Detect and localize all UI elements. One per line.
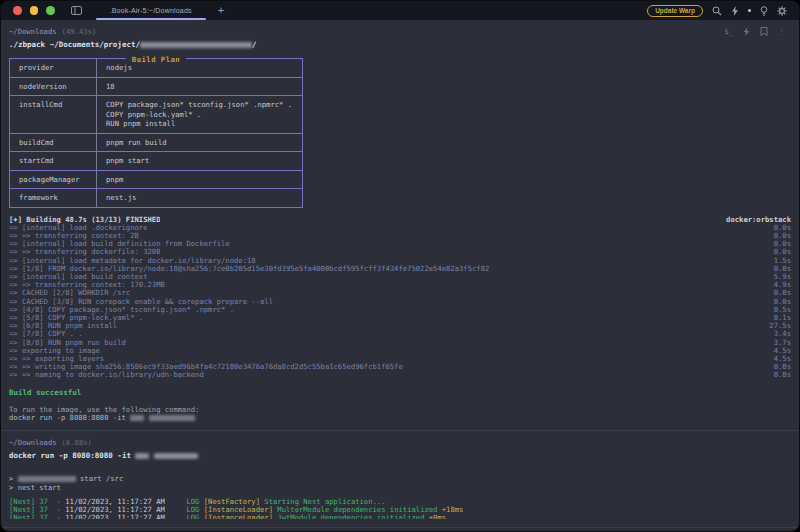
- build-log-line: => [4/8] COPY package.json* tsconfig.jso…: [1, 306, 799, 314]
- build-log-line: => exporting to image4.5s: [1, 347, 799, 355]
- build-plan-table: Build Plan providernodejsnodeVersion18in…: [9, 58, 303, 208]
- redacted-text: [140, 42, 252, 48]
- build-plan-key: packageManager: [10, 171, 96, 189]
- zoom-window-button[interactable]: [46, 6, 55, 15]
- run-command-text: docker run -p 8080:8080 -it: [9, 413, 130, 422]
- prompt-path: ~/Downloads: [9, 27, 57, 36]
- nest-prefix: [Nest] 37 -: [9, 513, 65, 519]
- build-log-line: => CACHED [2/8] WORKDIR /src0.0s: [1, 289, 799, 297]
- command-line[interactable]: ./zbpack ~/Documents/project//: [1, 40, 799, 49]
- build-plan-row: startCmdpnpm start: [10, 152, 302, 171]
- run-command-suggestion: docker run -p 8080:8080 -it: [9, 414, 791, 422]
- build-log-line: => [6/8] RUN pnpm install27.5s: [1, 322, 799, 330]
- settings-gear-icon[interactable]: [777, 6, 787, 16]
- command-text: ./zbpack ~/Documents/project/: [9, 40, 140, 49]
- log-text: => [7/8] COPY . .: [9, 330, 83, 338]
- terminal-tab[interactable]: .Book-Air-5:~/Downloads: [96, 1, 206, 20]
- block-header: ~/Downloads (49.43s) $_ ⋮: [1, 27, 799, 36]
- build-log-line: => [5/8] COPY pnpm-lock.yaml* .0.1s: [1, 314, 799, 322]
- nest-start-line: > nest start: [1, 484, 799, 492]
- build-log-line: => => transferring context: 2B0.0s: [1, 232, 799, 240]
- command-line[interactable]: docker run -p 8080:8080 -it: [1, 451, 799, 460]
- log-text: => [internal] load metadata for docker.i…: [9, 257, 256, 265]
- log-text: => => transferring dockerfile: 320B: [9, 248, 160, 256]
- build-plan-row: buildCmdpnpm run build: [10, 134, 302, 153]
- build-log-line: => => exporting layers4.5s: [1, 355, 799, 363]
- search-icon[interactable]: [712, 6, 722, 16]
- build-plan-value: pnpm run build: [96, 134, 302, 152]
- lightning-icon[interactable]: [743, 27, 750, 36]
- log-text: => CACHED [3/8] RUN corepack enable && c…: [9, 298, 273, 306]
- log-text: => => exporting layers: [9, 355, 104, 363]
- command-block-zbpack: ~/Downloads (49.43s) $_ ⋮ ./zbpack ~/Doc…: [1, 27, 799, 422]
- build-plan-row: frameworknest.js: [10, 189, 302, 207]
- terminal-prompt-icon[interactable]: $_: [725, 28, 733, 36]
- build-log-line: => [7/8] COPY . .3.4s: [1, 330, 799, 338]
- build-plan-value: nest.js: [96, 189, 302, 207]
- docker-build-log: [+] Building 48.7s (13/13) FINISHED dock…: [1, 216, 799, 380]
- build-log-line: => => writing image sha256:8586ec9f33aed…: [1, 363, 799, 371]
- build-plan-value: pnpm start: [96, 152, 302, 170]
- command-duration: (6.88s): [62, 438, 92, 447]
- nest-log-line: [Nest] 37 - 11/02/2023, 11:17:27 AM LOG …: [9, 514, 791, 519]
- build-log-line: => [internal] load build context5.9s: [1, 273, 799, 281]
- pnpm-start-line: > start /src: [1, 475, 799, 483]
- close-window-button[interactable]: [13, 6, 22, 15]
- build-log-line: => [internal] load metadata for docker.i…: [1, 257, 799, 265]
- log-text: => [5/8] COPY pnpm-lock.yaml* .: [9, 314, 143, 322]
- ai-lightning-icon[interactable]: [731, 6, 739, 16]
- command-text: docker run -p 8080:8080 -it: [9, 451, 135, 460]
- build-plan-row: installCmdCOPY package.json* tsconfig.js…: [10, 96, 302, 134]
- command-block-docker-run: ~/Downloads (6.88s) docker run -p 8080:8…: [1, 438, 799, 518]
- bookmark-icon[interactable]: [760, 27, 768, 36]
- nest-log-output: [Nest] 37 - 11/02/2023, 11:17:27 AM LOG …: [1, 498, 799, 519]
- command-text-suffix: /: [252, 40, 257, 49]
- build-log-line: => [internal] load build definition from…: [1, 240, 799, 248]
- build-plan-key: framework: [10, 189, 96, 207]
- log-text: => => transferring context: 2B: [9, 232, 139, 240]
- nest-message: JwtModule dependencies initialized: [273, 513, 429, 519]
- log-text: => exporting to image: [9, 347, 100, 355]
- build-plan-row: nodeVersion18: [10, 78, 302, 97]
- log-text: => [8/8] RUN pnpm run build: [9, 339, 126, 347]
- warp-terminal-window: .Book-Air-5:~/Downloads + Update Warp: [0, 0, 800, 532]
- update-warp-button[interactable]: Update Warp: [647, 5, 703, 17]
- build-log-line: => [1/8] FROM docker.io/library/node:18@…: [1, 265, 799, 273]
- terminal-content: ~/Downloads (49.43s) $_ ⋮ ./zbpack ~/Doc…: [1, 27, 799, 532]
- log-text: => => writing image sha256:8586ec9f33aed…: [9, 363, 403, 371]
- command-duration: (49.43s): [62, 27, 97, 36]
- build-plan-value: 18: [96, 78, 302, 96]
- toggle-panel-icon[interactable]: [71, 6, 82, 15]
- window-controls: [13, 6, 55, 15]
- block-actions: $_ ⋮: [725, 27, 791, 36]
- notification-dot: [748, 9, 751, 12]
- log-text: => [internal] load build context: [9, 273, 147, 281]
- build-plan-key: nodeVersion: [10, 78, 96, 96]
- minimize-window-button[interactable]: [30, 6, 39, 15]
- log-text: => [internal] load build definition from…: [9, 240, 230, 248]
- output-text: start /src: [76, 474, 124, 483]
- block-divider: [1, 430, 799, 431]
- redacted-text: [130, 415, 144, 421]
- nest-timestamp: 11/02/2023, 11:17:27 AM: [65, 513, 165, 519]
- log-text: => [1/8] FROM docker.io/library/node:18@…: [9, 265, 489, 273]
- log-text: => => transferring context: 170.23MB: [9, 281, 165, 289]
- build-plan-title: Build Plan: [126, 55, 186, 64]
- tips-bulb-icon[interactable]: [760, 6, 768, 16]
- build-plan-key: startCmd: [10, 152, 96, 170]
- build-log-line: => [internal] load .dockerignore0.0s: [1, 224, 799, 232]
- build-plan-key: provider: [10, 59, 96, 77]
- build-log-line: => => transferring context: 170.23MB4.9s: [1, 281, 799, 289]
- nest-level: LOG: [165, 513, 204, 519]
- new-tab-button[interactable]: +: [218, 5, 224, 16]
- build-log-line: => [8/8] RUN pnpm run build3.7s: [1, 339, 799, 347]
- tab-title: .Book-Air-5:~/Downloads: [110, 7, 192, 14]
- build-log-line: => => transferring dockerfile: 320B0.0s: [1, 248, 799, 256]
- build-plan-key: buildCmd: [10, 134, 96, 152]
- log-text: => => naming to docker.io/library/udn-ba…: [9, 371, 204, 379]
- log-text: => CACHED [2/8] WORKDIR /src: [9, 289, 130, 297]
- build-log-header: [+] Building 48.7s (13/13) FINISHED dock…: [1, 216, 799, 224]
- log-text: => [6/8] RUN pnpm install: [9, 322, 117, 330]
- kebab-menu-icon[interactable]: ⋮: [778, 28, 785, 36]
- build-plan-row: packageManagerpnpm: [10, 171, 302, 190]
